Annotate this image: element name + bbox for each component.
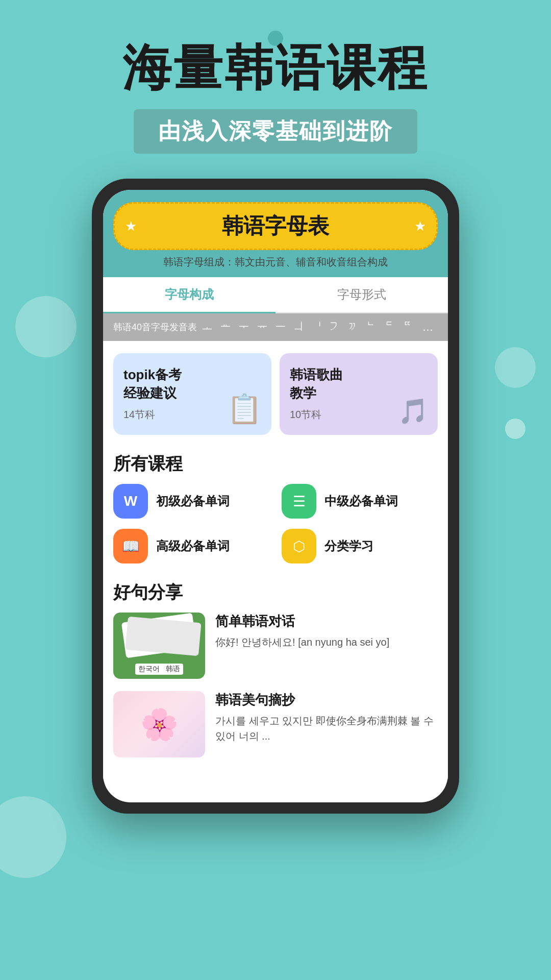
deco-circle-1 <box>15 296 77 357</box>
course-icon-categorized: ⬡ <box>282 529 316 564</box>
course-cards: topik备考经验建议 14节科 📋 韩语歌曲教学 10节科 🎵 <box>103 341 448 447</box>
sentence-info-1: 简单韩语对话 你好! 안녕하세요! [an nyung ha sei yo] <box>215 612 438 650</box>
course-card-topik[interactable]: topik备考经验建议 14节科 📋 <box>113 353 271 435</box>
sentence-thumb-2: 🌸 <box>113 691 205 757</box>
korean-book-thumb: 한국어 韩语 <box>113 612 205 679</box>
phone-inner: 韩语字母表 韩语字母组成：韩文由元音、辅音和收音组合构成 字母构成 字母形式 韩… <box>103 190 448 802</box>
course-item-categorized[interactable]: ⬡ 分类学习 <box>282 529 438 564</box>
course-icon-advanced: 📖 <box>113 529 148 564</box>
sentence-list: 한국어 韩语 简单韩语对话 你好! 안녕하세요! [an nyung ha se… <box>103 612 448 780</box>
phonetics-label: 韩语40音字母发音表 <box>113 321 197 333</box>
course-item-advanced[interactable]: 📖 高级必备单词 <box>113 529 269 564</box>
course-name-categorized: 分类学习 <box>324 538 373 554</box>
alphabet-title: 韩语字母表 <box>222 214 329 238</box>
subtitle-bar: 由浅入深零基础到进阶 <box>134 109 417 154</box>
course-item-intermediate[interactable]: ☰ 中级必备单词 <box>282 484 438 519</box>
sentence-title-2: 韩语美句摘抄 <box>215 691 438 709</box>
card-music-icon: 🎵 <box>398 397 429 426</box>
app-content: 韩语字母表 韩语字母组成：韩文由元音、辅音和收音组合构成 字母构成 字母形式 韩… <box>103 190 448 802</box>
course-name-beginner: 初级必备单词 <box>156 493 230 509</box>
sentence-item-2[interactable]: 🌸 韩语美句摘抄 가시를 세우고 있지만 即使你全身布满荆棘 볼 수 있어 너의… <box>113 691 438 757</box>
flowers-thumb: 🌸 <box>113 691 205 757</box>
course-card-music[interactable]: 韩语歌曲教学 10节科 🎵 <box>280 353 438 435</box>
tab-letter-form[interactable]: 字母形式 <box>276 277 448 312</box>
sentence-info-2: 韩语美句摘抄 가시를 세우고 있지만 即使你全身布满荆棘 볼 수 있어 너의 .… <box>215 691 438 744</box>
alphabet-banner: 韩语字母表 韩语字母组成：韩文由元音、辅音和收音组合构成 <box>103 190 448 277</box>
course-item-beginner[interactable]: W 初级必备单词 <box>113 484 269 519</box>
sentence-title-1: 简单韩语对话 <box>215 612 438 630</box>
phone-outer: 韩语字母表 韩语字母组成：韩文由元音、辅音和收音组合构成 字母构成 字母形式 韩… <box>92 179 459 814</box>
deco-circle-2 <box>495 347 536 388</box>
deco-circle-4 <box>0 796 66 878</box>
good-sentences-header: 好句分享 <box>103 576 448 612</box>
sentence-preview-1: 你好! 안녕하세요! [an nyung ha sei yo] <box>215 634 438 650</box>
tab-letter-composition[interactable]: 字母构成 <box>103 277 276 313</box>
sentence-item-1[interactable]: 한국어 韩语 简单韩语对话 你好! 안녕하세요! [an nyung ha se… <box>113 612 438 679</box>
course-list: W 初级必备单词 ☰ 中级必备单词 📖 高级必备单词 <box>103 484 448 576</box>
sentence-preview-2: 가시를 세우고 있지만 即使你全身布满荆棘 볼 수 있어 너의 ... <box>215 713 438 744</box>
korean-book-text: 한국어 韩语 <box>135 664 183 675</box>
sentence-thumb-1: 한국어 韩语 <box>113 612 205 679</box>
course-name-advanced: 高级必备单词 <box>156 538 230 554</box>
deco-circle-3 <box>505 419 525 439</box>
card-topik-icon: 📋 <box>227 392 262 426</box>
tabs: 字母构成 字母形式 <box>103 277 448 313</box>
header: 海量韩语课程 由浅入深零基础到进阶 <box>0 0 551 154</box>
phonetics-row: 韩语40音字母发音表 ᅩ ᅭ ᅮ ᅲ ᅳ ᅴ ᅵ ᄀ ᄁ ᄂ ᄃ ᄄ ᄅ ᄆ ᄇ… <box>103 313 448 341</box>
course-name-intermediate: 中级必备单词 <box>324 493 398 509</box>
alphabet-description: 韩语字母组成：韩文由元音、辅音和收音组合构成 <box>113 255 438 269</box>
all-courses-header: 所有课程 <box>103 447 448 484</box>
course-icon-intermediate: ☰ <box>282 484 316 519</box>
course-icon-beginner: W <box>113 484 148 519</box>
phonetics-chars: ᅩ ᅭ ᅮ ᅲ ᅳ ᅴ ᅵ ᄀ ᄁ ᄂ ᄃ ᄄ ᄅ ᄆ ᄇ ᄈ ᄉ ᄊ ᄋ ᄌ <box>201 321 438 334</box>
main-title: 海量韩语课程 <box>0 41 551 95</box>
phone-mockup: 韩语字母表 韩语字母组成：韩文由元音、辅音和收音组合构成 字母构成 字母形式 韩… <box>92 179 459 814</box>
alphabet-title-box: 韩语字母表 <box>113 202 438 250</box>
